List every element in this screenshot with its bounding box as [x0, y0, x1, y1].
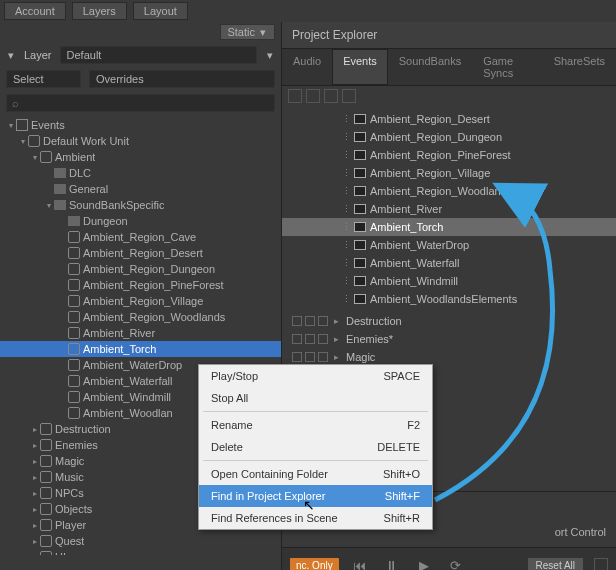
explorer-item[interactable]: ⋮Ambient_River [282, 200, 616, 218]
explorer-item[interactable]: ⋮Ambient_Windmill [282, 272, 616, 290]
static-toggle[interactable]: Static ▾ [220, 24, 275, 40]
event-icon [68, 295, 80, 307]
reset-all-button[interactable]: Reset All [527, 557, 584, 571]
explorer-item[interactable]: ⋮Ambient_Region_Dungeon [282, 128, 616, 146]
ctx-find-explorer[interactable]: Find in Project ExplorerShift+F [199, 485, 432, 507]
explorer-item[interactable]: ⋮Ambient_WaterDrop [282, 236, 616, 254]
event-icon [354, 204, 366, 214]
expand-icon[interactable] [292, 316, 302, 326]
layer-label: Layer [24, 49, 52, 61]
pause-button[interactable]: ⏸ [381, 554, 403, 570]
tree-item[interactable]: Ambient_River [0, 325, 281, 341]
event-icon [354, 294, 366, 304]
search-input[interactable] [6, 94, 275, 112]
pin-icon[interactable] [305, 316, 315, 326]
event-icon [68, 231, 80, 243]
event-icon [68, 343, 80, 355]
refresh-icon[interactable] [288, 89, 302, 103]
tab-account[interactable]: Account [4, 2, 66, 20]
tree-item[interactable]: Ambient_Region_Dungeon [0, 261, 281, 277]
event-icon [354, 150, 366, 160]
tree-item[interactable]: Ambient_Region_Cave [0, 229, 281, 245]
work-unit-icon [40, 151, 52, 163]
folder-icon [54, 184, 66, 194]
ctx-open-folder[interactable]: Open Containing FolderShift+O [199, 463, 432, 485]
explorer-tab[interactable]: ShareSets [543, 49, 616, 85]
tree-root[interactable]: ▾Events [0, 117, 281, 133]
sync-icon[interactable] [318, 334, 328, 344]
explorer-folder[interactable]: ▸Destruction [282, 312, 616, 330]
select-dropdown[interactable]: Select [6, 70, 81, 88]
explorer-tab[interactable]: Game Syncs [472, 49, 542, 85]
ctx-stop-all[interactable]: Stop All [199, 387, 432, 409]
event-icon [68, 247, 80, 259]
explorer-item[interactable]: ⋮Ambient_Region_Woodlands [282, 182, 616, 200]
work-unit-icon [40, 487, 52, 499]
event-icon [68, 375, 80, 387]
tree-folder[interactable]: ▸Quest [0, 533, 281, 549]
event-icon [354, 132, 366, 142]
tree-item[interactable]: Ambient_Region_Village [0, 293, 281, 309]
explorer-tab[interactable]: SoundBanks [388, 49, 472, 85]
explorer-tab[interactable]: Events [332, 49, 388, 85]
folder-icon [54, 168, 66, 178]
work-unit-icon [28, 135, 40, 147]
work-unit-icon [40, 551, 52, 555]
tree-item[interactable]: Ambient_Region_Desert [0, 245, 281, 261]
work-unit-icon [40, 471, 52, 483]
ctx-rename[interactable]: RenameF2 [199, 414, 432, 436]
work-unit-icon [40, 503, 52, 515]
tag-dropdown[interactable]: ▾ [6, 49, 16, 62]
work-unit-icon [40, 423, 52, 435]
event-icon [354, 186, 366, 196]
pin-icon[interactable] [305, 352, 315, 362]
explorer-item[interactable]: ⋮Ambient_Region_Village [282, 164, 616, 182]
panel-title: Project Explorer [282, 22, 616, 49]
explorer-item[interactable]: ⋮Ambient_WoodlandsElements [282, 290, 616, 308]
event-icon [354, 258, 366, 268]
work-unit-icon [40, 519, 52, 531]
explorer-item[interactable]: ⋮Ambient_Waterfall [282, 254, 616, 272]
hint-text-2: ort Control [555, 526, 606, 538]
explorer-item[interactable]: ⋮Ambient_Region_Desert [282, 110, 616, 128]
overrides-dropdown[interactable]: Overrides [89, 70, 275, 88]
event-icon [68, 407, 80, 419]
ctx-play-stop[interactable]: Play/StopSPACE [199, 365, 432, 387]
expand-icon[interactable] [292, 334, 302, 344]
tab-layout[interactable]: Layout [133, 2, 188, 20]
prev-button[interactable]: ⏮ [349, 554, 371, 570]
inc-only-button[interactable]: nc. Only [290, 558, 339, 571]
expand-icon[interactable] [292, 352, 302, 362]
pin-icon[interactable] [305, 334, 315, 344]
event-icon [68, 391, 80, 403]
sync-icon[interactable] [318, 352, 328, 362]
context-menu: Play/StopSPACE Stop All RenameF2 DeleteD… [198, 364, 433, 530]
tab-layers[interactable]: Layers [72, 2, 127, 20]
ctx-find-refs[interactable]: Find References in SceneShift+R [199, 507, 432, 529]
explorer-item[interactable]: ⋮Ambient_Torch [282, 218, 616, 236]
explorer-item[interactable]: ⋮Ambient_Region_PineForest [282, 146, 616, 164]
folder-icon [54, 200, 66, 210]
event-icon [354, 276, 366, 286]
tree-item[interactable]: Ambient_Torch [0, 341, 281, 357]
tree-folder[interactable]: ▸UI [0, 549, 281, 555]
explorer-tab[interactable]: Audio [282, 49, 332, 85]
filter-icon[interactable] [324, 89, 338, 103]
ctx-delete[interactable]: DeleteDELETE [199, 436, 432, 458]
sync-icon[interactable] [318, 316, 328, 326]
options-icon[interactable] [342, 89, 356, 103]
folder-icon[interactable] [306, 89, 320, 103]
work-unit-icon [40, 535, 52, 547]
layer-field[interactable]: Default [60, 46, 257, 64]
event-icon [68, 311, 80, 323]
event-icon [68, 359, 80, 371]
work-unit-icon [40, 455, 52, 467]
tree-item[interactable]: Ambient_Region_PineForest [0, 277, 281, 293]
work-unit-icon [40, 439, 52, 451]
tree-item[interactable]: Ambient_Region_Woodlands [0, 309, 281, 325]
play-button[interactable]: ▶ [413, 554, 435, 570]
explorer-folder[interactable]: ▸Enemies* [282, 330, 616, 348]
settings-icon[interactable] [594, 558, 608, 570]
event-icon [354, 168, 366, 178]
loop-button[interactable]: ⟳ [445, 554, 467, 570]
